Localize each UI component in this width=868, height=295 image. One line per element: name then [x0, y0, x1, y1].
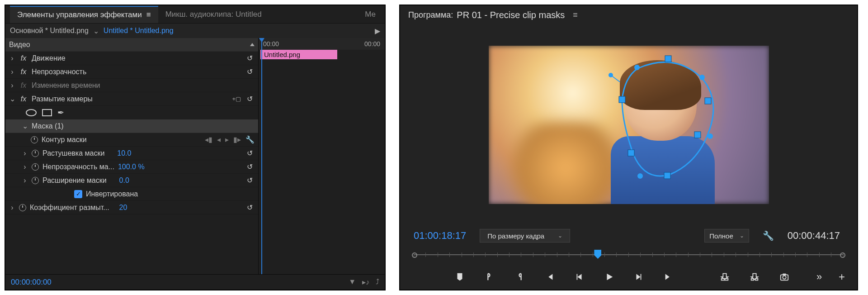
- filter-icon[interactable]: ▼: [349, 278, 356, 286]
- reset-icon[interactable]: ↺: [245, 148, 255, 158]
- mask-inverted-row[interactable]: ✓ Инвертирована: [5, 187, 258, 201]
- button-editor-icon[interactable]: »: [813, 271, 826, 283]
- chevron-down-icon[interactable]: ⌄: [93, 27, 99, 35]
- effect-mini-timeline[interactable]: 00:00 00:00 Untitled.png: [259, 38, 385, 274]
- blur-amount-value[interactable]: 20: [119, 204, 146, 212]
- expand-arrow-icon[interactable]: ›: [9, 68, 15, 76]
- collapse-arrow-icon[interactable]: ⌄: [22, 122, 28, 130]
- mask-feather-value[interactable]: 10.0: [117, 149, 144, 157]
- expand-arrow-icon[interactable]: ›: [9, 204, 15, 212]
- program-viewport[interactable]: [400, 24, 857, 225]
- svg-rect-4: [628, 150, 634, 156]
- export-icon[interactable]: ⤴: [376, 278, 379, 286]
- out-point-handle[interactable]: [840, 252, 845, 258]
- fx-badge-icon[interactable]: fx: [19, 68, 28, 76]
- inverted-checkbox[interactable]: ✓: [74, 190, 82, 198]
- reset-icon[interactable]: ↺: [245, 94, 255, 104]
- expand-arrow-icon[interactable]: ›: [9, 54, 15, 62]
- quality-dropdown[interactable]: Полное ⌄: [704, 229, 749, 243]
- mask-shape-tools: ✒: [5, 106, 258, 119]
- mask-expansion-value[interactable]: 0.0: [119, 176, 146, 185]
- panel-menu-icon[interactable]: ≡: [573, 10, 578, 20]
- fx-badge-icon[interactable]: fx: [19, 95, 28, 103]
- track-forward-icon[interactable]: ▸: [225, 135, 229, 144]
- play-button[interactable]: [603, 271, 615, 283]
- expand-arrow-icon[interactable]: ›: [9, 81, 15, 90]
- zoom-fit-dropdown[interactable]: По размеру кадра ⌄: [480, 229, 570, 243]
- mask-1-row[interactable]: ⌄ Маска (1): [5, 119, 258, 133]
- mask-feather-row[interactable]: › Растушевка маски 10.0 ↺: [5, 147, 258, 160]
- tab-audio-mixer[interactable]: Микш. аудиоклипа: Untitled: [158, 6, 269, 23]
- scrub-playhead[interactable]: [594, 250, 601, 259]
- extract-button[interactable]: [748, 271, 761, 283]
- step-forward-button[interactable]: [632, 271, 645, 283]
- playhead-timecode[interactable]: 01:00:18:17: [414, 230, 466, 242]
- track-forward-one-icon[interactable]: ▮▸: [233, 135, 241, 144]
- mask-rectangle-tool[interactable]: [42, 109, 52, 116]
- fx-badge-icon[interactable]: fx: [19, 54, 28, 62]
- in-point-handle[interactable]: [412, 252, 417, 258]
- effect-opacity[interactable]: › fx Непрозрачность ↺: [5, 65, 258, 79]
- add-button[interactable]: +: [835, 271, 848, 283]
- stopwatch-icon[interactable]: [31, 136, 38, 143]
- tab-overflow[interactable]: Ме: [365, 10, 380, 19]
- reset-icon[interactable]: ↺: [245, 162, 255, 172]
- export-frame-button[interactable]: [778, 271, 791, 283]
- mini-playhead[interactable]: [261, 38, 262, 274]
- tab-menu-icon[interactable]: ≡: [146, 10, 151, 19]
- expand-arrow-icon[interactable]: ›: [22, 163, 28, 171]
- keyframe-nav-icon[interactable]: ▸♪: [362, 278, 369, 286]
- stopwatch-icon[interactable]: [32, 163, 39, 171]
- current-timecode[interactable]: 00:00:00:00: [11, 278, 52, 287]
- mask-opacity-value[interactable]: 100.0 %: [118, 163, 145, 171]
- collapse-icon[interactable]: [250, 43, 255, 46]
- settings-wrench-icon[interactable]: 🔧: [763, 230, 774, 241]
- go-to-in-button[interactable]: [543, 271, 556, 283]
- svg-rect-2: [694, 132, 701, 138]
- wrench-icon[interactable]: 🔧: [245, 135, 255, 144]
- effect-motion[interactable]: › fx Движение ↺: [5, 52, 258, 65]
- play-only-icon[interactable]: ▶: [375, 27, 380, 35]
- svg-point-7: [699, 75, 705, 80]
- mask-opacity-row[interactable]: › Непрозрачность ма... 100.0 % ↺: [5, 160, 258, 174]
- expand-arrow-icon[interactable]: ›: [22, 149, 28, 157]
- program-scrub-bar[interactable]: [414, 246, 844, 264]
- mask-path-row[interactable]: Контур маски ◂▮ ◂ ▸ ▮▸ 🔧: [5, 133, 258, 147]
- add-marker-button[interactable]: [453, 271, 466, 283]
- reset-icon[interactable]: ↺: [245, 176, 255, 186]
- video-section-header[interactable]: Видео: [5, 38, 258, 52]
- mask-expansion-row[interactable]: › Расширение маски 0.0 ↺: [5, 174, 258, 187]
- mask-overlay[interactable]: [606, 59, 728, 186]
- lift-button[interactable]: [718, 271, 731, 283]
- mark-out-button[interactable]: [513, 271, 526, 283]
- collapse-arrow-icon[interactable]: ⌄: [9, 95, 15, 103]
- go-to-out-button[interactable]: [662, 271, 675, 283]
- reset-icon[interactable]: ↺: [245, 53, 255, 63]
- blur-amount-row[interactable]: › Коэффициент размыт... 20 ↺: [5, 201, 258, 214]
- reset-icon[interactable]: ↺: [245, 203, 255, 213]
- mark-in-button[interactable]: [483, 271, 496, 283]
- reset-icon[interactable]: ↺: [245, 67, 255, 77]
- source-master[interactable]: Основной * Untitled.png: [10, 27, 89, 35]
- program-sequence-name[interactable]: PR 01 - Precise clip masks: [457, 10, 565, 20]
- mini-clip[interactable]: Untitled.png: [260, 50, 337, 59]
- duration-timecode[interactable]: 00:00:44:17: [788, 230, 840, 242]
- effect-time-remap[interactable]: › fx Изменение времени: [5, 79, 258, 92]
- stopwatch-icon[interactable]: [32, 177, 39, 184]
- effect-controls-panel: Элементы управления эффектами ≡ Микш. ау…: [5, 5, 386, 290]
- expand-arrow-icon[interactable]: ›: [22, 176, 28, 185]
- tab-effect-controls[interactable]: Элементы управления эффектами ≡: [10, 6, 158, 23]
- program-tab-bar: Программа: PR 01 - Precise clip masks ≡: [400, 5, 857, 24]
- effect-in-out-icon[interactable]: +▢: [232, 95, 241, 102]
- stopwatch-icon[interactable]: [32, 150, 39, 157]
- stopwatch-icon[interactable]: [19, 204, 26, 211]
- source-active[interactable]: Untitled * Untitled.png: [104, 27, 174, 35]
- track-back-one-icon[interactable]: ◂▮: [205, 135, 212, 144]
- mask-ellipse-tool[interactable]: [26, 109, 37, 116]
- step-back-button[interactable]: [573, 271, 585, 283]
- mask-pen-tool[interactable]: ✒: [57, 108, 64, 118]
- track-back-icon[interactable]: ◂: [217, 135, 221, 144]
- fx-badge-icon[interactable]: fx: [19, 81, 28, 90]
- effect-camera-blur[interactable]: ⌄ fx Размытие камеры +▢ ↺: [5, 92, 258, 106]
- svg-point-8: [708, 133, 713, 139]
